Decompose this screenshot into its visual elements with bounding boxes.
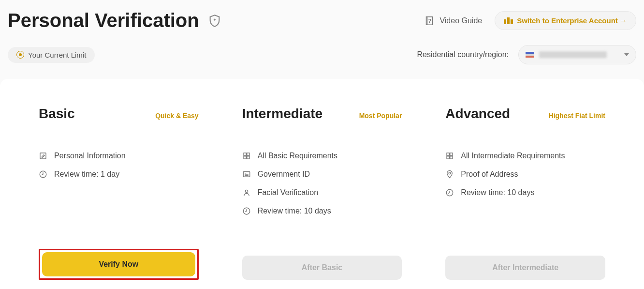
svg-rect-4: [247, 153, 249, 155]
idcard-icon: [242, 170, 251, 179]
country-label: Residential country/region:: [417, 50, 509, 59]
requirement-item: All Basic Requirements: [242, 152, 402, 160]
requirement-label: All Basic Requirements: [258, 152, 337, 160]
page-title: Personal Verification: [8, 10, 199, 31]
help-book-icon: ?: [424, 15, 435, 26]
tier-disabled-button: After Basic: [242, 256, 402, 280]
person-icon: [242, 188, 251, 197]
requirements-list: Personal InformationReview time: 1 day: [39, 152, 199, 249]
requirement-label: Proof of Address: [461, 170, 518, 179]
requirement-label: Review time: 10 days: [258, 207, 331, 215]
requirement-item: Review time: 10 days: [242, 207, 402, 215]
tier-title: Advanced: [445, 106, 510, 122]
title-left: Personal Verification: [8, 10, 221, 31]
requirement-label: Review time: 1 day: [54, 170, 119, 179]
svg-rect-15: [447, 156, 449, 159]
country-select[interactable]: [518, 45, 636, 64]
title-right: ? Video Guide Switch to Enterprise Accou…: [424, 11, 636, 30]
tier-title: Basic: [39, 106, 75, 122]
tier-title: Intermediate: [242, 106, 323, 122]
requirements-list: All Basic RequirementsGovernment IDFacia…: [242, 152, 402, 256]
info-row: Your Current Limit Residential country/r…: [8, 45, 636, 64]
chevron-down-icon: [624, 53, 629, 56]
current-limit-label: Your Current Limit: [28, 51, 86, 59]
tier-advanced: AdvancedHighest Fiat LimitAll Intermedia…: [445, 106, 605, 280]
svg-rect-3: [244, 153, 246, 155]
tier-intermediate: IntermediateMost PopularAll Basic Requir…: [242, 106, 402, 280]
requirement-label: Government ID: [258, 170, 310, 179]
svg-rect-16: [450, 156, 453, 159]
flag-icon: [526, 52, 534, 58]
requirement-label: Personal Information: [54, 152, 126, 160]
requirement-item: Proof of Address: [445, 170, 605, 179]
limit-icon: [16, 51, 24, 59]
country-row: Residential country/region:: [417, 45, 636, 64]
svg-text:?: ?: [428, 18, 431, 23]
tier-tag: Quick & Easy: [155, 112, 199, 120]
requirement-label: Review time: 10 days: [461, 188, 534, 197]
header-section: Personal Verification ? Video Guide Swit…: [0, 0, 644, 79]
grid-icon: [445, 152, 454, 160]
svg-rect-5: [244, 156, 246, 159]
requirement-item: Personal Information: [39, 152, 199, 160]
svg-rect-13: [447, 153, 449, 155]
highlight-box: Verify Now: [39, 249, 199, 280]
enterprise-icon: [504, 17, 513, 24]
svg-rect-14: [450, 153, 453, 155]
shield-icon: [208, 14, 221, 28]
svg-rect-6: [247, 156, 249, 159]
tier-basic: BasicQuick & EasyPersonal InformationRev…: [39, 106, 199, 280]
grid-icon: [242, 152, 251, 160]
tiers-section: BasicQuick & EasyPersonal InformationRev…: [0, 79, 644, 289]
switch-enterprise-button[interactable]: Switch to Enterprise Account →: [495, 11, 636, 30]
edit-icon: [39, 152, 47, 160]
video-guide-link[interactable]: ? Video Guide: [424, 15, 482, 26]
verify-now-button[interactable]: Verify Now: [42, 252, 195, 276]
tier-head: IntermediateMost Popular: [242, 106, 402, 122]
requirements-list: All Intermediate RequirementsProof of Ad…: [445, 152, 605, 256]
svg-point-17: [449, 172, 451, 174]
requirement-label: Facial Verification: [258, 188, 318, 197]
tier-head: AdvancedHighest Fiat Limit: [445, 106, 605, 122]
requirement-item: Facial Verification: [242, 188, 402, 197]
title-row: Personal Verification ? Video Guide Swit…: [8, 10, 636, 31]
requirement-item: All Intermediate Requirements: [445, 152, 605, 160]
requirement-label: All Intermediate Requirements: [461, 152, 565, 160]
current-limit-badge[interactable]: Your Current Limit: [8, 47, 95, 63]
country-value-redacted: [539, 51, 607, 58]
video-guide-label: Video Guide: [439, 16, 482, 25]
clock-icon: [39, 170, 47, 179]
requirement-item: Government ID: [242, 170, 402, 179]
tier-disabled-button: After Intermediate: [445, 256, 605, 280]
pin-icon: [445, 170, 454, 179]
requirement-item: Review time: 1 day: [39, 170, 199, 179]
tier-tag: Most Popular: [359, 112, 402, 120]
svg-point-11: [245, 190, 248, 192]
tier-tag: Highest Fiat Limit: [549, 112, 605, 120]
clock-icon: [445, 188, 454, 197]
tier-head: BasicQuick & Easy: [39, 106, 199, 122]
clock-icon: [242, 207, 251, 215]
switch-enterprise-label: Switch to Enterprise Account →: [517, 16, 627, 25]
requirement-item: Review time: 10 days: [445, 188, 605, 197]
